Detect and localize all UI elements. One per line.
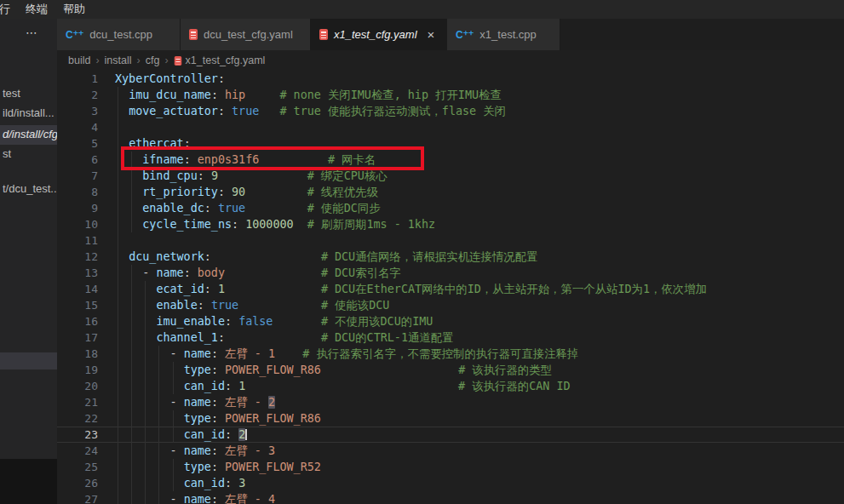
line-content: enable_dc: true # 使能DC同步: [115, 200, 844, 216]
code-line[interactable]: 11: [57, 232, 844, 249]
code-line[interactable]: 26 can_id: 3: [57, 475, 844, 491]
sidebar-item[interactable]: test: [3, 87, 20, 100]
tab-x1_test_cfg.yaml[interactable]: x1_test_cfg.yaml×: [311, 19, 447, 50]
code-token: type: [184, 461, 211, 473]
code-token: name: [184, 493, 211, 504]
indent-guide: [131, 297, 132, 313]
indent-guide: [158, 362, 159, 378]
code-line[interactable]: 23 can_id: 2: [57, 427, 844, 443]
yaml-icon: [189, 29, 198, 40]
indent-guide: [131, 427, 132, 443]
indent-guide: [173, 378, 174, 394]
code-line[interactable]: 20 can_id: 1 # 该执行器的CAN ID: [57, 378, 844, 394]
code-token: :: [211, 364, 218, 376]
tab-dcu_test_cfg.yaml[interactable]: dcu_test_cfg.yaml: [181, 19, 311, 50]
code-line[interactable]: 5 ethercat:: [57, 135, 844, 152]
code-token: [115, 347, 170, 360]
code-editor[interactable]: 1XyberController:2 imu_dcu_name: hip # n…: [57, 71, 844, 504]
code-token: [218, 461, 225, 473]
code-line[interactable]: 22 type: POWER_FLOW_R86: [57, 410, 844, 427]
code-lines[interactable]: 1XyberController:2 imu_dcu_name: hip # n…: [57, 71, 844, 504]
line-number: 11: [57, 232, 98, 249]
more-actions-icon[interactable]: ⋯: [26, 26, 38, 39]
sidebar-item[interactable]: t/dcu_test...: [3, 182, 57, 195]
indent-guide: [158, 443, 159, 459]
code-token: :: [225, 428, 232, 441]
indent-guide: [118, 135, 118, 152]
yaml-icon: [319, 29, 328, 40]
code-token: [245, 380, 458, 392]
code-line[interactable]: 12 dcu_network: # DCU通信网络，请根据实机连接情况配置: [57, 249, 844, 265]
code-token: POWER_FLOW_R86: [225, 412, 321, 425]
tab-x1_test.cpp[interactable]: C⁺⁺x1_test.cpp: [447, 19, 560, 50]
code-line[interactable]: 6 ifname: enp0s31f6 # 网卡名: [57, 152, 844, 168]
code-line[interactable]: 25 type: POWER_FLOW_R52: [57, 459, 844, 475]
sidebar-highlight-bar[interactable]: [0, 352, 57, 369]
code-token: name: [156, 266, 183, 279]
indent-guide: [118, 427, 118, 443]
code-token: [191, 153, 198, 166]
line-content: bind_cpu: 9 # 绑定CPU核心: [115, 168, 844, 184]
code-token: :: [204, 202, 211, 215]
code-line[interactable]: 15 enable: true # 使能该DCU: [57, 297, 844, 313]
code-token: [218, 347, 225, 360]
code-line[interactable]: 9 enable_dc: true # 使能DC同步: [57, 200, 844, 216]
breadcrumb-file[interactable]: x1_test_cfg.yaml: [186, 54, 266, 66]
code-token: -: [170, 396, 184, 409]
code-line[interactable]: 16 imu_enable: false # 不使用该DCU的IMU: [57, 313, 844, 329]
menu-item[interactable]: 帮助: [55, 0, 93, 19]
code-token: 左臂 - 4: [225, 493, 275, 504]
code-token: :: [232, 218, 238, 231]
line-number: 7: [57, 168, 98, 184]
yaml-file-icon: [174, 55, 181, 65]
code-token: [115, 186, 142, 198]
code-line[interactable]: 4: [57, 119, 844, 135]
code-token: [225, 283, 321, 295]
code-line[interactable]: 27 - name: 左臂 - 4: [57, 491, 844, 504]
code-line[interactable]: 19 type: POWER_FLOW_R86 # 该执行器的类型: [57, 362, 844, 378]
code-token: ecat_id: [156, 283, 204, 295]
code-token: [115, 493, 170, 504]
line-content: [115, 232, 844, 249]
code-token: :: [218, 331, 225, 344]
code-token: [204, 299, 211, 312]
code-line[interactable]: 8 rt_priority: 90 # 线程优先级: [57, 184, 844, 200]
menu-item[interactable]: 行: [0, 0, 18, 19]
indent-guide: [118, 313, 118, 329]
code-token: -: [170, 347, 184, 360]
code-line[interactable]: 2 imu_dcu_name: hip # none 关闭IMU检查, hip …: [57, 87, 844, 103]
code-token: [218, 412, 225, 425]
line-number: 8: [57, 184, 98, 200]
sidebar-item[interactable]: ild/install...: [3, 106, 55, 119]
indent-guide: [131, 394, 132, 410]
code-token: rt_priority: [142, 186, 218, 198]
breadcrumb-segment[interactable]: install: [105, 54, 132, 66]
sidebar-selected-row[interactable]: d/install/cfg: [0, 125, 57, 145]
code-line[interactable]: 10 cycle_time_ns: 1000000 # 刷新周期1ms - 1k…: [57, 216, 844, 232]
breadcrumb-segment[interactable]: build: [68, 54, 90, 66]
code-token: [218, 169, 307, 182]
code-token: :: [198, 169, 204, 182]
code-line[interactable]: 7 bind_cpu: 9 # 绑定CPU核心: [57, 168, 844, 184]
code-token: [218, 89, 225, 101]
code-line[interactable]: 18 - name: 左臂 - 1 # 执行器索引名字，不需要控制的执行器可直接…: [57, 346, 844, 362]
breadcrumb-segment[interactable]: cfg: [146, 54, 160, 66]
code-line[interactable]: 21 - name: 左臂 - 2: [57, 394, 844, 410]
code-line[interactable]: 1XyberController:: [57, 71, 844, 87]
line-content: type: POWER_FLOW_R86: [115, 410, 844, 427]
code-token: # DCU在EtherCAT网络中的ID，从主站开始，第一个从站ID为1，依次增…: [321, 283, 707, 295]
code-token: [294, 218, 307, 231]
code-line[interactable]: 3 move_actuator: true # true 使能执行器运动测试，f…: [57, 103, 844, 119]
code-token: can_id: [184, 428, 225, 441]
code-line[interactable]: 14 ecat_id: 1 # DCU在EtherCAT网络中的ID，从主站开始…: [57, 281, 844, 297]
menu-item[interactable]: 终端: [18, 0, 55, 19]
code-line[interactable]: 17 channel_1: # DCU的CTRL-1通道配置: [57, 329, 844, 346]
line-number: 26: [57, 475, 98, 491]
code-token: 1: [218, 283, 225, 295]
line-number: 1: [57, 71, 98, 87]
close-icon[interactable]: ×: [428, 28, 435, 41]
sidebar-item[interactable]: st: [3, 147, 11, 160]
tab-dcu_test.cpp[interactable]: C⁺⁺dcu_test.cpp: [57, 19, 181, 50]
code-line[interactable]: 24 - name: 左臂 - 3: [57, 443, 844, 459]
code-line[interactable]: 13 - name: body # DCU索引名字: [57, 265, 844, 281]
